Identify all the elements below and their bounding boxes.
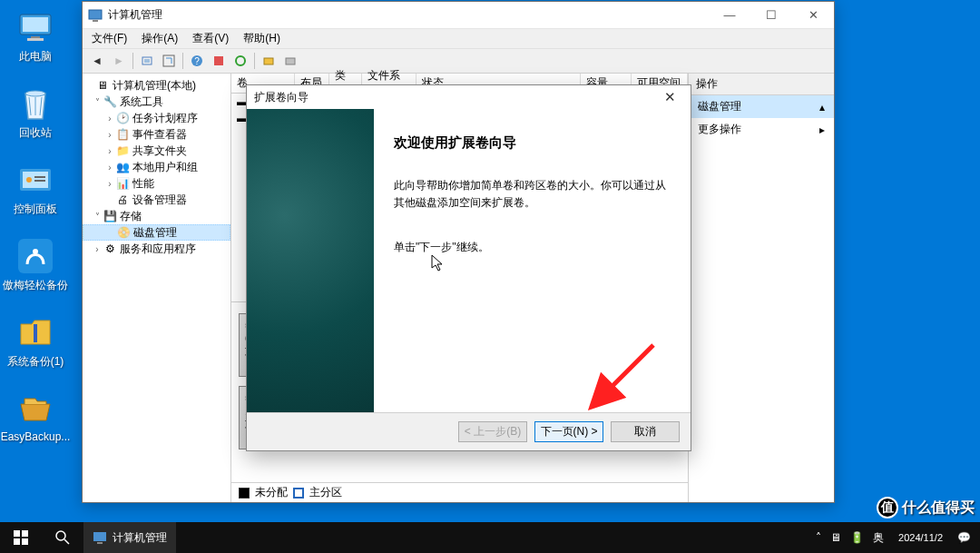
- services-icon: ⚙: [103, 242, 117, 256]
- taskbar-app-label: 计算机管理: [113, 530, 167, 546]
- tree-item[interactable]: 🖨设备管理器: [83, 192, 230, 208]
- menu-help[interactable]: 帮助(H): [236, 31, 288, 46]
- start-button[interactable]: [0, 522, 42, 553]
- wizard-content: 欢迎使用扩展卷向导 此向导帮助你增加简单卷和跨区卷的大小。你可以通过从其他磁盘添…: [374, 109, 691, 412]
- svg-rect-25: [14, 530, 20, 537]
- search-button[interactable]: [42, 522, 83, 553]
- refresh-button[interactable]: [158, 51, 180, 71]
- toolbar: ◄ ► ?: [83, 49, 834, 74]
- menu-action[interactable]: 操作(A): [134, 31, 185, 46]
- tray-icon[interactable]: 🖥: [830, 531, 841, 544]
- legend-swatch-unalloc: [239, 488, 250, 499]
- tray-chevron-icon[interactable]: ˄: [816, 531, 821, 544]
- wizard-heading: 欢迎使用扩展卷向导: [394, 134, 671, 152]
- desktop-icon-label: 傲梅轻松备份: [3, 278, 68, 293]
- share-icon: 📁: [115, 143, 130, 158]
- svg-rect-14: [93, 20, 98, 22]
- wizard-title: 扩展卷向导: [254, 90, 656, 105]
- svg-rect-28: [22, 538, 28, 545]
- back-button: < 上一步(B): [458, 421, 527, 442]
- back-button[interactable]: ◄: [86, 51, 108, 71]
- svg-rect-1: [23, 17, 48, 32]
- svg-point-21: [236, 56, 245, 65]
- svg-rect-3: [27, 38, 44, 41]
- tree-item[interactable]: ›📁共享文件夹: [83, 143, 230, 159]
- tree-storage[interactable]: ˅💾存储: [83, 208, 230, 224]
- cancel-button[interactable]: 取消: [611, 421, 680, 442]
- actions-panel: 操作 磁盘管理▴ 更多操作▸: [689, 74, 834, 502]
- titlebar[interactable]: 计算机管理 — ☐ ✕: [83, 2, 834, 29]
- close-button[interactable]: ✕: [656, 89, 683, 105]
- up-button[interactable]: [136, 51, 158, 71]
- desktop-icon-label: EasyBackup...: [1, 430, 71, 443]
- tree-item[interactable]: ›🕑任务计划程序: [83, 110, 230, 126]
- svg-rect-9: [34, 180, 45, 182]
- wizard-description: 此向导帮助你增加简单卷和跨区卷的大小。你可以通过从其他磁盘添加空间来扩展卷。: [394, 177, 671, 212]
- actions-more[interactable]: 更多操作▸: [689, 118, 834, 141]
- svg-rect-8: [34, 176, 45, 178]
- menu-view[interactable]: 查看(V): [185, 31, 236, 46]
- next-button[interactable]: 下一页(N) >: [534, 421, 603, 442]
- tree-item[interactable]: ›👥本地用户和组: [83, 159, 230, 175]
- svg-point-7: [26, 177, 32, 183]
- nav-tree: 🖥计算机管理(本地) ˅🔧系统工具 ›🕑任务计划程序 ›📋事件查看器 ›📁共享文…: [83, 74, 231, 502]
- notifications-icon[interactable]: 💬: [957, 531, 971, 544]
- app-icon: [88, 8, 103, 23]
- svg-rect-31: [93, 532, 106, 541]
- taskbar-app[interactable]: 计算机管理: [83, 522, 176, 553]
- device-icon: 🖨: [115, 193, 130, 207]
- close-button[interactable]: ✕: [792, 2, 834, 28]
- desktop-icon-sysbackup[interactable]: 系统备份(1): [0, 311, 71, 381]
- svg-rect-17: [163, 55, 174, 66]
- svg-rect-32: [97, 542, 103, 544]
- tray-icon[interactable]: 🔋: [850, 531, 864, 544]
- minimize-button[interactable]: —: [709, 2, 750, 28]
- svg-point-4: [25, 91, 45, 96]
- tree-systools[interactable]: ˅🔧系统工具: [83, 94, 230, 110]
- svg-point-11: [33, 249, 38, 254]
- users-icon: 👥: [115, 160, 130, 174]
- tree-disk-mgmt[interactable]: 📀磁盘管理: [83, 224, 230, 241]
- taskbar: 计算机管理 ˄ 🖥 🔋 奥 2024/11/2 💬: [0, 522, 980, 553]
- svg-rect-2: [31, 36, 40, 38]
- tree-root[interactable]: 🖥计算机管理(本地): [83, 77, 230, 94]
- clock[interactable]: 2024/11/2: [893, 532, 948, 543]
- desktop-icon-control[interactable]: 控制面板: [0, 158, 71, 229]
- aomei-icon: [17, 238, 54, 274]
- cursor-icon: [431, 254, 446, 276]
- menu-file[interactable]: 文件(F): [84, 31, 134, 46]
- forward-button[interactable]: ►: [108, 51, 130, 71]
- event-icon: 📋: [115, 127, 130, 142]
- desktop-icon-label: 控制面板: [14, 202, 57, 217]
- wizard-buttons: < 上一步(B) 下一页(N) > 取消: [247, 412, 691, 450]
- wizard-titlebar[interactable]: 扩展卷向导 ✕: [247, 85, 691, 109]
- svg-point-29: [56, 531, 65, 540]
- menubar: 文件(F) 操作(A) 查看(V) 帮助(H): [83, 29, 834, 49]
- svg-rect-20: [214, 56, 223, 65]
- help-icon[interactable]: ?: [186, 51, 208, 71]
- tree-item[interactable]: ›📊性能: [83, 175, 230, 192]
- chevron-right-icon: ▸: [819, 123, 825, 136]
- tool-icon[interactable]: [208, 51, 230, 71]
- tool-icon[interactable]: [230, 51, 251, 71]
- maximize-button[interactable]: ☐: [750, 2, 792, 28]
- svg-rect-23: [286, 58, 295, 64]
- tree-item[interactable]: ›📋事件查看器: [83, 126, 230, 143]
- tray-input-icon[interactable]: 奥: [873, 530, 884, 546]
- desktop-icon-label: 回收站: [19, 125, 52, 141]
- desktop-icon-aomei[interactable]: 傲梅轻松备份: [0, 234, 71, 305]
- svg-text:?: ?: [194, 56, 200, 66]
- tree-services[interactable]: ›⚙服务和应用程序: [83, 241, 230, 257]
- desktop-icon-computer[interactable]: 此电脑: [0, 5, 71, 76]
- actions-diskmgmt[interactable]: 磁盘管理▴: [689, 95, 834, 118]
- desktop-icon-label: 此电脑: [19, 49, 52, 64]
- desktop-icon-recycle[interactable]: 回收站: [0, 82, 71, 153]
- desktop-icon-easybackup[interactable]: EasyBackup...: [0, 387, 71, 458]
- tool-icon[interactable]: [258, 51, 279, 71]
- tool-icon[interactable]: [279, 51, 301, 71]
- folder-zip-icon: [17, 314, 54, 351]
- disk-icon: 📀: [116, 225, 131, 240]
- scheduler-icon: 🕑: [115, 111, 130, 125]
- watermark-icon: 值: [877, 497, 898, 518]
- svg-rect-26: [22, 530, 28, 537]
